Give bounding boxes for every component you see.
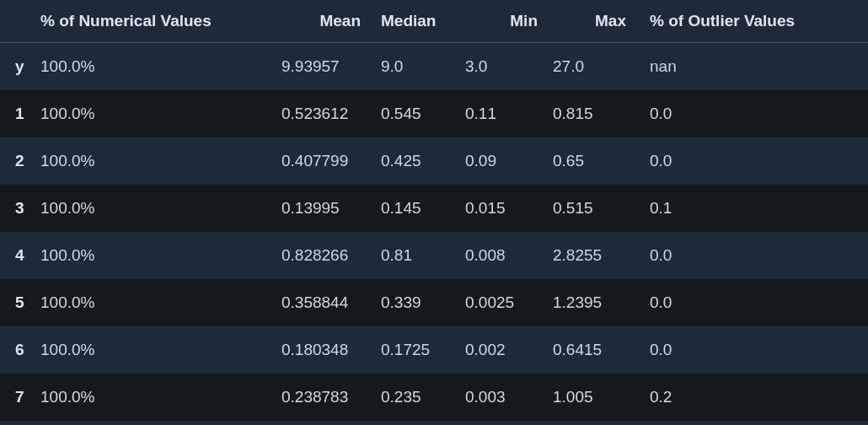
table-row: 7 100.0% 0.238783 0.235 0.003 1.005 0.2 [0,374,868,421]
cell-median: 0.545 [374,90,458,137]
cell-pct-numerical: 100.0% [37,279,281,326]
cell-pct-numerical: 100.0% [37,374,281,421]
cell-pct-numerical: 100.0% [37,326,281,374]
cell-max: 0.6415 [551,326,640,374]
header-median: Median [374,0,458,43]
cell-median: 0.145 [374,185,458,232]
cell-mean: 0.523612 [281,90,374,137]
header-pct-outlier: % of Outlier Values [640,0,868,43]
cell-pct-numerical: 100.0% [37,43,281,90]
header-min: Min [458,0,551,43]
cell-min: 0.11 [458,90,551,137]
table-row: 5 100.0% 0.358844 0.339 0.0025 1.2395 0.… [0,279,868,326]
cell-max: 0.815 [551,90,640,137]
cell-max: 1.2395 [551,279,640,326]
cell-min: 0.002 [458,326,551,374]
cell-median: 0.1725 [374,326,458,374]
header-index [0,0,37,43]
cell-index: 4 [0,232,37,279]
cell-median: 9.0 [374,43,458,90]
cell-pct-numerical: 100.0% [37,90,281,137]
cell-index: 6 [0,326,37,374]
cell-median: 0.81 [374,232,458,279]
cell-min: 3.0 [458,43,551,90]
cell-index: 2 [0,137,37,185]
table-row: 4 100.0% 0.828266 0.81 0.008 2.8255 0.0 [0,232,868,279]
cell-pct-outlier: nan [640,43,868,90]
cell-pct-outlier: 0.0 [640,279,868,326]
cell-max: 0.65 [551,137,640,185]
cell-median: 0.425 [374,137,458,185]
cell-index: 1 [0,90,37,137]
cell-pct-numerical: 100.0% [37,185,281,232]
stats-table: % of Numerical Values Mean Median Min Ma… [0,0,868,421]
cell-pct-numerical: 100.0% [37,137,281,185]
header-pct-numerical: % of Numerical Values [37,0,281,43]
cell-max: 1.005 [551,374,640,421]
header-mean: Mean [281,0,374,43]
header-max: Max [551,0,640,43]
table-row: 2 100.0% 0.407799 0.425 0.09 0.65 0.0 [0,137,868,185]
cell-pct-numerical: 100.0% [37,232,281,279]
cell-pct-outlier: 0.0 [640,90,868,137]
cell-mean: 9.93957 [281,43,374,90]
table-row: 3 100.0% 0.13995 0.145 0.015 0.515 0.1 [0,185,868,232]
cell-min: 0.0025 [458,279,551,326]
cell-pct-outlier: 0.0 [640,232,868,279]
cell-min: 0.003 [458,374,551,421]
cell-mean: 0.13995 [281,185,374,232]
cell-max: 27.0 [551,43,640,90]
cell-mean: 0.180348 [281,326,374,374]
cell-max: 2.8255 [551,232,640,279]
cell-index: 7 [0,374,37,421]
cell-index: 5 [0,279,37,326]
table-body: y 100.0% 9.93957 9.0 3.0 27.0 nan 1 100.… [0,43,868,421]
cell-pct-outlier: 0.0 [640,137,868,185]
cell-pct-outlier: 0.0 [640,326,868,374]
table-header-row: % of Numerical Values Mean Median Min Ma… [0,0,868,43]
cell-mean: 0.828266 [281,232,374,279]
cell-min: 0.015 [458,185,551,232]
cell-mean: 0.238783 [281,374,374,421]
cell-pct-outlier: 0.1 [640,185,868,232]
table-row: 6 100.0% 0.180348 0.1725 0.002 0.6415 0.… [0,326,868,374]
cell-min: 0.008 [458,232,551,279]
cell-max: 0.515 [551,185,640,232]
cell-pct-outlier: 0.2 [640,374,868,421]
cell-median: 0.339 [374,279,458,326]
cell-mean: 0.407799 [281,137,374,185]
cell-mean: 0.358844 [281,279,374,326]
table-row: 1 100.0% 0.523612 0.545 0.11 0.815 0.0 [0,90,868,137]
cell-index: 3 [0,185,37,232]
cell-min: 0.09 [458,137,551,185]
cell-index: y [0,43,37,90]
cell-median: 0.235 [374,374,458,421]
table-row: y 100.0% 9.93957 9.0 3.0 27.0 nan [0,43,868,90]
